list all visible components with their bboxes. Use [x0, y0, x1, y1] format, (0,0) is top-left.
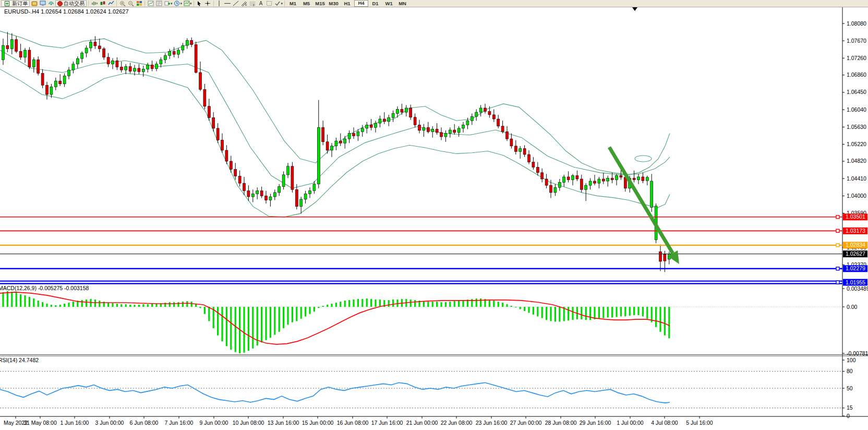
text-tool-icon[interactable]: A — [257, 1, 265, 7]
toolbar-separator — [284, 1, 285, 6]
candle — [462, 125, 465, 128]
candle — [607, 178, 609, 181]
svg-text:100: 100 — [847, 357, 856, 363]
autotrading-label: 自动交易 — [64, 0, 85, 7]
svg-text:1.04410: 1.04410 — [847, 175, 866, 182]
tile-windows-icon[interactable] — [135, 1, 143, 7]
candle-chart-icon[interactable] — [99, 1, 106, 7]
svg-text:50: 50 — [847, 385, 853, 391]
candle — [558, 182, 561, 187]
svg-text:1 Jul 00:00: 1 Jul 00:00 — [617, 420, 644, 426]
timeframe-h1[interactable]: H1 — [341, 1, 354, 6]
candle — [195, 44, 197, 72]
chart-canvas[interactable]: 1.080801.076701.072601.068601.064501.060… — [0, 0, 868, 430]
cursor-icon[interactable] — [196, 1, 203, 7]
candle — [536, 167, 539, 173]
autotrading-button[interactable]: 自动交易 — [55, 0, 87, 7]
candle — [186, 40, 188, 45]
macd-indicator-label: MACD(12,26,9) -0.005275 -0.003158 — [0, 285, 89, 291]
svg-text:28 Jun 08:00: 28 Jun 08:00 — [545, 420, 577, 426]
candle — [107, 57, 110, 64]
candle — [291, 166, 294, 190]
timeframe-m5[interactable]: M5 — [300, 1, 313, 6]
candle — [379, 119, 381, 123]
candle — [633, 178, 635, 180]
toolbar-separator — [144, 1, 145, 6]
new-order-button[interactable]: 新订单 — [1, 0, 30, 7]
horizontal-line-icon[interactable] — [224, 1, 232, 7]
dropdown-arrow-icon[interactable]: ▾ — [171, 2, 173, 6]
timeframe-d1[interactable]: D1 — [369, 1, 382, 6]
svg-text:22 Jun 08:00: 22 Jun 08:00 — [441, 420, 473, 426]
candle — [300, 199, 303, 207]
candle — [471, 116, 473, 121]
template-icon[interactable] — [183, 1, 190, 7]
candle — [344, 139, 346, 143]
timeframe-h4[interactable]: H4 — [354, 0, 368, 7]
candle — [19, 51, 22, 57]
shapes-tool-icon[interactable] — [274, 1, 282, 7]
candle — [580, 179, 583, 189]
timeframe-w1[interactable]: W1 — [382, 1, 395, 6]
candle — [611, 178, 613, 180]
svg-text:6 Jun 08:00: 6 Jun 08:00 — [130, 420, 159, 426]
candle — [10, 40, 13, 49]
add-indicator-icon[interactable] — [163, 1, 171, 7]
zoom-in-icon[interactable] — [118, 1, 126, 7]
candle — [103, 49, 105, 57]
indicator-window-icon[interactable] — [147, 1, 154, 7]
candle — [497, 119, 500, 126]
toolbar-separator — [88, 1, 89, 6]
market-watch-icon[interactable] — [39, 1, 46, 7]
timeframe-m15[interactable]: M15 — [314, 1, 327, 6]
navigator-window-icon[interactable] — [155, 1, 163, 7]
candle — [2, 45, 5, 60]
signal-icon[interactable] — [47, 1, 55, 7]
line-chart-icon[interactable] — [107, 1, 115, 7]
candle — [401, 109, 403, 112]
candle — [361, 128, 364, 132]
dropdown-arrow-icon[interactable]: ▾ — [281, 2, 283, 6]
svg-text:1.02279: 1.02279 — [846, 265, 865, 271]
dropdown-arrow-icon[interactable]: ▾ — [180, 2, 183, 6]
trendline-icon[interactable] — [232, 1, 240, 7]
vertical-line-icon[interactable] — [215, 1, 223, 7]
candle — [37, 60, 40, 74]
svg-text:1 Jun 16:00: 1 Jun 16:00 — [61, 420, 89, 426]
candle — [523, 149, 526, 154]
line-handle — [836, 216, 839, 219]
candle — [6, 45, 9, 49]
svg-text:23 Jun 16:00: 23 Jun 16:00 — [476, 420, 508, 426]
crosshair-icon[interactable] — [204, 1, 212, 7]
dropdown-arrow-icon[interactable]: ▾ — [190, 2, 192, 6]
timeframe-m1[interactable]: M1 — [286, 1, 299, 6]
candle — [247, 191, 250, 197]
candle — [326, 142, 329, 150]
period-clock-icon[interactable] — [173, 1, 181, 7]
candle — [331, 146, 333, 150]
candle — [409, 108, 412, 117]
candle — [134, 68, 136, 71]
svg-text:3 Jun 00:00: 3 Jun 00:00 — [95, 420, 124, 426]
candle — [594, 181, 596, 183]
candle — [620, 176, 622, 177]
svg-text:9 Jun 00:00: 9 Jun 00:00 — [200, 420, 228, 426]
candle — [278, 187, 281, 193]
candle — [370, 125, 372, 127]
zoom-out-icon[interactable] — [127, 1, 135, 7]
candle — [72, 64, 75, 70]
timeframe-m30[interactable]: M30 — [327, 1, 340, 6]
candle — [230, 161, 232, 169]
timeframe-mn[interactable]: MN — [396, 1, 409, 6]
fibonacci-icon[interactable]: F — [249, 1, 257, 7]
trade-book-icon[interactable] — [30, 1, 38, 7]
candle — [453, 130, 456, 133]
candle — [335, 141, 337, 146]
arrows-tool-icon[interactable] — [266, 1, 273, 7]
candle — [208, 106, 210, 118]
candle — [41, 74, 44, 86]
svg-text:15 Jun 00:00: 15 Jun 00:00 — [302, 420, 334, 426]
bar-chart-icon[interactable] — [90, 1, 98, 7]
svg-text:0: 0 — [847, 413, 850, 419]
equidistant-channel-icon[interactable]: E — [240, 1, 248, 7]
